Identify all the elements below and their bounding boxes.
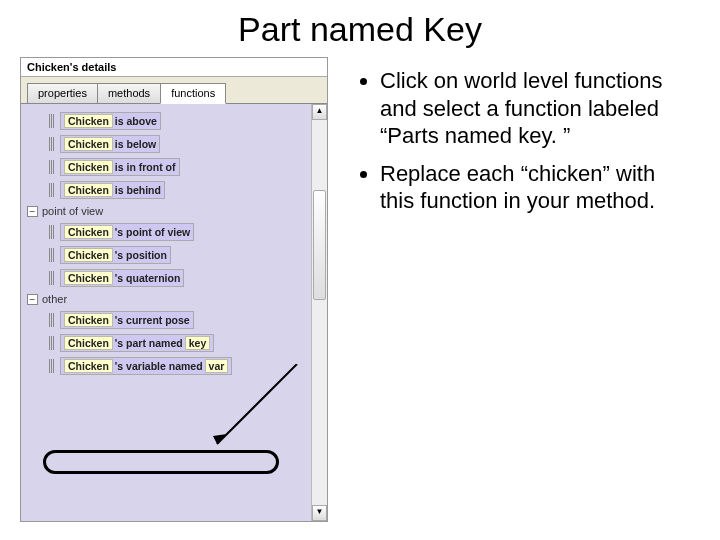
function-label: 's variable named [115,360,203,372]
tab-bar: properties methods functions [21,77,327,104]
instruction-text: Click on world level functions and selec… [328,57,700,522]
function-tile[interactable]: Chickenis below [21,134,327,154]
panel-header: Chicken's details [21,58,327,77]
object-chip[interactable]: Chicken [64,183,113,197]
collapse-icon[interactable]: − [27,294,38,305]
arg-chip[interactable]: var [205,359,229,373]
arrow-annotation [207,364,307,464]
drag-grip-icon [49,183,55,197]
object-chip[interactable]: Chicken [64,336,113,350]
object-chip[interactable]: Chicken [64,248,113,262]
drag-grip-icon [49,336,55,350]
object-chip[interactable]: Chicken [64,114,113,128]
object-chip[interactable]: Chicken [64,271,113,285]
function-label: is above [115,115,157,127]
arg-chip[interactable]: key [185,336,211,350]
scroll-up-button[interactable]: ▲ [312,104,327,120]
drag-grip-icon [49,137,55,151]
function-tile[interactable]: Chicken's position [21,245,327,265]
collapse-icon[interactable]: − [27,206,38,217]
category-label: other [42,293,67,305]
function-tile[interactable]: Chickenis behind [21,180,327,200]
function-label: is in front of [115,161,176,173]
object-chip[interactable]: Chicken [64,137,113,151]
scroll-thumb[interactable] [313,190,326,300]
function-label: 's current pose [115,314,190,326]
function-tile[interactable]: Chicken's quaternion [21,268,327,288]
function-label: 's point of view [115,226,190,238]
drag-grip-icon [49,271,55,285]
slide-title: Part named Key [0,10,720,49]
vertical-scrollbar[interactable]: ▲ ▼ [311,104,327,521]
drag-grip-icon [49,114,55,128]
object-chip[interactable]: Chicken [64,359,113,373]
function-tile[interactable]: Chicken's variable named var [21,356,327,376]
function-tile[interactable]: Chickenis above [21,111,327,131]
function-tile[interactable]: Chicken's current pose [21,310,327,330]
svg-marker-1 [213,434,227,444]
bullet-item: Replace each “chicken” with this functio… [380,160,690,215]
drag-grip-icon [49,160,55,174]
function-label: 's quaternion [115,272,181,284]
category-label: point of view [42,205,103,217]
tab-properties[interactable]: properties [27,83,98,104]
scroll-down-button[interactable]: ▼ [312,505,327,521]
function-label: is behind [115,184,161,196]
functions-list: Chickenis above Chickenis below Chickeni… [21,103,327,521]
tab-methods[interactable]: methods [97,83,161,104]
function-tile[interactable]: Chickenis in front of [21,157,327,177]
function-label: is below [115,138,156,150]
drag-grip-icon [49,359,55,373]
function-tile-part-named[interactable]: Chicken's part named key [21,333,327,353]
drag-grip-icon [49,225,55,239]
svg-line-0 [217,364,297,444]
drag-grip-icon [49,248,55,262]
object-chip[interactable]: Chicken [64,225,113,239]
object-chip[interactable]: Chicken [64,160,113,174]
tab-functions[interactable]: functions [160,83,226,104]
function-label: 's position [115,249,167,261]
details-panel: Chicken's details properties methods fun… [20,57,328,522]
function-tile[interactable]: Chicken's point of view [21,222,327,242]
bullet-item: Click on world level functions and selec… [380,67,690,150]
highlight-oval [43,450,279,474]
category-point-of-view[interactable]: − point of view [21,203,327,219]
object-chip[interactable]: Chicken [64,313,113,327]
function-label: 's part named [115,337,183,349]
category-other[interactable]: − other [21,291,327,307]
drag-grip-icon [49,313,55,327]
scroll-track[interactable] [312,120,327,505]
